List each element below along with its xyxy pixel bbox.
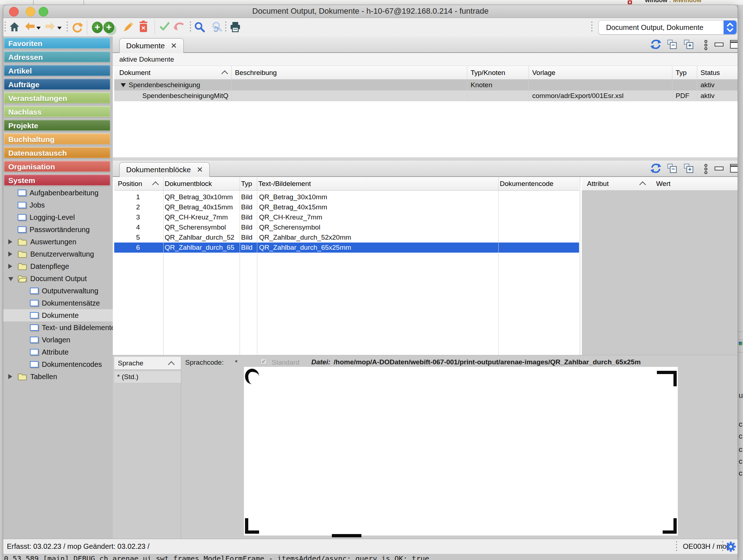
search-button[interactable] xyxy=(194,22,206,33)
expand-arrow-icon[interactable] xyxy=(8,250,18,258)
tree-item-attribute[interactable]: Attribute xyxy=(3,346,113,358)
panel-menu-button[interactable] xyxy=(700,39,712,50)
table-row[interactable]: SpendenbescheinigungMitQcommon/adrExport… xyxy=(114,90,738,101)
tree-item-dokumentens-tze[interactable]: Dokumentensätze xyxy=(3,297,113,309)
sidebar-button-datenaustausch[interactable]: Datenaustausch xyxy=(4,147,110,158)
toolbar-drag-handle[interactable] xyxy=(4,22,6,33)
sidebar-button-auftr-ge[interactable]: Aufträge xyxy=(4,79,110,90)
column-header-typ[interactable]: Typ xyxy=(238,177,255,190)
tree-item-document-output[interactable]: Document Output xyxy=(3,272,113,285)
collapse-all-button[interactable]: − xyxy=(667,39,679,50)
back-history-dropdown[interactable] xyxy=(36,27,41,30)
table-row[interactable]: 2QR_Betrag_40x15mmBildQR_Betrag_40x15mm xyxy=(114,202,579,212)
edit-button[interactable] xyxy=(123,22,134,33)
column-header-dokument[interactable]: Dokument xyxy=(114,66,230,79)
panel-splitter[interactable] xyxy=(113,157,738,160)
add-button[interactable]: + xyxy=(92,22,103,33)
column-header-attribut[interactable]: Attribut xyxy=(582,177,651,190)
table-row[interactable]: 3QR_CH-Kreuz_7mmBildQR_CH-Kreuz_7mm xyxy=(114,212,579,222)
table-row-selected[interactable]: 6QR_Zahlbar_durch_65BildQR_Zahlbar_durch… xyxy=(114,243,579,253)
sidebar-button-artikel[interactable]: Artikel xyxy=(4,65,110,76)
forward-history-dropdown[interactable] xyxy=(57,27,62,30)
undo-button[interactable] xyxy=(173,22,185,33)
expand-arrow-icon[interactable] xyxy=(8,238,18,246)
console-line: 0.53,589 [main] DEBUG ch.arenae.ui.swt.f… xyxy=(4,554,429,560)
refresh-button[interactable] xyxy=(72,22,83,33)
sidebar-button-veranstaltungen[interactable]: Veranstaltungen xyxy=(4,92,110,103)
back-button[interactable] xyxy=(25,22,36,33)
forward-button[interactable] xyxy=(45,22,57,33)
tab-dokumente[interactable]: Dokumente ✕ xyxy=(119,38,184,53)
tree-item-auswertungen[interactable]: Auswertungen xyxy=(3,236,113,248)
tree-item-dokumentencodes[interactable]: Dokumentencodes xyxy=(3,358,113,370)
collapse-arrow-icon[interactable] xyxy=(8,275,18,283)
table-row[interactable]: SpendenbescheinigungKnotenaktiv xyxy=(114,80,738,90)
search-again-button[interactable] xyxy=(212,22,223,33)
sidebar-button-system[interactable]: System xyxy=(4,174,110,186)
view-selector-drag-handle[interactable] xyxy=(591,22,593,33)
table-row[interactable]: 5QR_Zahlbar_durch_52BildQR_Zahlbar_durch… xyxy=(114,232,579,243)
tab-dokumentenbloecke[interactable]: Dokumentenblöcke ✕ xyxy=(119,162,210,177)
tree-item-datenpflege[interactable]: Datenpflege xyxy=(3,260,113,272)
sidebar-button-buchhaltung[interactable]: Buchhaltung xyxy=(4,133,110,145)
expand-all-button[interactable]: + xyxy=(684,163,695,174)
sidebar-button-favoriten[interactable]: Favoriten xyxy=(4,37,110,49)
column-header-text-bildelement[interactable]: Text-/Bildelement xyxy=(255,177,497,190)
tree-item-outputverwaltung[interactable]: Outputverwaltung xyxy=(3,285,113,297)
tree-item-vorlagen[interactable]: Vorlagen xyxy=(3,334,113,346)
standard-checkbox[interactable]: ✓ xyxy=(260,358,267,365)
column-header-label: Status xyxy=(700,69,720,76)
close-tab-icon[interactable]: ✕ xyxy=(197,165,203,174)
panel-maximize-button[interactable] xyxy=(729,39,738,50)
column-header-typ[interactable]: Typ xyxy=(671,66,695,79)
panel-menu-button[interactable] xyxy=(700,163,712,174)
panel-refresh-button[interactable] xyxy=(650,163,662,174)
cell-text: Bild xyxy=(241,203,253,211)
print-button[interactable] xyxy=(230,22,241,33)
column-header-status[interactable]: Status xyxy=(695,66,738,79)
tree-item-passwort-nderung[interactable]: Passwortänderung xyxy=(3,223,113,236)
panel-maximize-button[interactable] xyxy=(729,163,738,174)
sidebar-button-projekte[interactable]: Projekte xyxy=(4,120,110,131)
panel-minimize-button[interactable] xyxy=(714,39,725,50)
column-header-typ-knoten[interactable]: Typ/Knoten xyxy=(466,66,527,79)
row-expanded-icon[interactable] xyxy=(121,83,126,87)
panel-refresh-button[interactable] xyxy=(650,39,662,50)
close-tab-icon[interactable]: ✕ xyxy=(170,41,177,50)
duplicate-button[interactable]: + xyxy=(103,22,115,33)
preview-scrollbar-thumb[interactable] xyxy=(332,534,361,537)
delete-button[interactable]: ✕ xyxy=(139,22,150,33)
tree-item-logging-level[interactable]: Logging-Level xyxy=(3,211,113,223)
panel-refresh-icon xyxy=(650,39,661,49)
cell-typ_knoten: Knoten xyxy=(466,80,527,90)
column-header-wert[interactable]: Wert xyxy=(651,177,738,190)
sprache-column-header[interactable]: Sprache xyxy=(114,357,181,370)
tree-item-tabellen[interactable]: Tabellen xyxy=(3,370,113,383)
column-header-position[interactable]: Position xyxy=(114,177,162,190)
column-header-beschreibung[interactable]: Beschreibung xyxy=(230,66,466,79)
sidebar-button-adressen[interactable]: Adressen xyxy=(4,51,110,62)
settings-button[interactable] xyxy=(725,541,736,554)
sprache-row-std[interactable]: * (Std.) xyxy=(114,371,181,383)
home-button[interactable] xyxy=(9,22,21,33)
table-row[interactable]: 4QR_ScherensymbolBildQR_Scherensymbol xyxy=(114,222,579,232)
expand-arrow-icon[interactable] xyxy=(8,262,18,271)
column-header-dokumentblock[interactable]: Dokumentblock xyxy=(162,177,238,190)
table-row[interactable]: 1QR_Betrag_30x10mmBildQR_Betrag_30x10mm xyxy=(114,192,579,202)
confirm-button[interactable] xyxy=(160,22,171,33)
panel-minimize-button[interactable] xyxy=(714,163,725,174)
tree-item-dokumente[interactable]: Dokumente xyxy=(3,309,113,321)
tree-item-aufgabenbearbeitung[interactable]: Aufgabenbearbeitung xyxy=(3,187,113,199)
collapse-all-button[interactable]: − xyxy=(667,163,679,174)
sidebar-button-nachlass[interactable]: Nachlass xyxy=(4,106,110,117)
tree-item-text-und-bildelemente[interactable]: Text- und Bildelemente xyxy=(3,321,113,334)
expand-arrow-icon[interactable] xyxy=(8,373,18,381)
column-header-dokumentencode[interactable]: Dokumentencode xyxy=(497,177,579,190)
expand-all-button[interactable]: + xyxy=(684,39,695,50)
sidebar-button-organisation[interactable]: Organisation xyxy=(4,161,110,172)
view-selector-value: Document Output, Dokumente xyxy=(606,21,703,34)
tree-item-benutzerverwaltung[interactable]: Benutzerverwaltung xyxy=(3,248,113,260)
tree-item-jobs[interactable]: Jobs xyxy=(3,199,113,211)
column-header-vorlage[interactable]: Vorlage xyxy=(527,66,671,79)
view-selector[interactable]: Document Output, Dokumente xyxy=(599,20,737,35)
